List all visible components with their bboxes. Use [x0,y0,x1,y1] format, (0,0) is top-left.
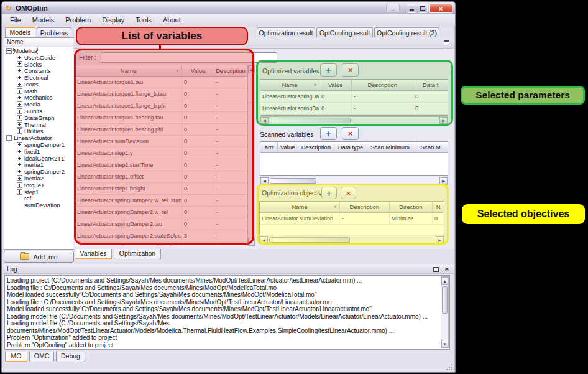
optimized-variables-hscrollbar[interactable]: ◀ ▶ [260,116,448,124]
variables-scrollbar[interactable]: ▲ ▼ [247,65,255,246]
scroll-right-icon[interactable]: ▶ [439,177,448,184]
add-optimized-variable-button[interactable]: + [320,63,337,77]
tree-expand-icon[interactable] [17,75,22,80]
column-value[interactable]: Value [319,80,352,90]
column-n[interactable]: N [433,202,444,212]
tree-expand-icon[interactable] [17,55,22,60]
table-row[interactable]: LinearActuator.springDamper2.stateSelect… [75,230,247,242]
tree-expand-icon[interactable] [6,48,12,54]
table-row[interactable]: LinearActuator.torque1.flange_b.phi 0 - [75,100,247,112]
column-name[interactable]: am▼ [260,142,278,152]
scroll-thumb[interactable] [442,286,448,314]
tree-item[interactable]: Modelica [4,47,73,54]
column-data-type[interactable]: Data t [413,80,448,90]
menu-item[interactable]: Problem [60,15,96,25]
menu-item[interactable]: Models [27,15,60,25]
tree-item[interactable]: torque1 [4,182,73,189]
tab-models[interactable]: Models [5,27,35,37]
tree-item[interactable]: inertia2 [4,175,73,182]
scroll-left-icon[interactable]: ◀ [260,236,268,243]
remove-scanned-variable-button[interactable]: × [342,127,359,140]
column-description[interactable]: Description [298,142,335,152]
tree-expand-icon[interactable] [17,61,22,67]
tree-expand-icon[interactable] [17,128,22,134]
tree-item[interactable]: Media [4,101,73,108]
column-name[interactable]: Name▼ [260,80,319,90]
tree-expand-icon[interactable] [17,122,22,128]
scroll-down-icon[interactable]: ▼ [248,238,255,246]
tree-item[interactable]: StateGraph [4,115,73,121]
tree-expand-icon[interactable] [17,149,22,154]
add-objective-button[interactable]: + [321,187,337,199]
tree-expand-icon[interactable] [17,162,22,167]
scroll-down-icon[interactable]: ▼ [441,340,448,348]
column-value[interactable]: Value [182,65,214,76]
tree-item[interactable]: inertia1 [4,162,73,169]
tab-debug[interactable]: Debug [56,352,85,362]
menu-item[interactable]: File [4,15,27,25]
tab-mo[interactable]: MO [5,352,27,362]
tree-item[interactable]: fixed1 [4,148,73,155]
table-row[interactable]: LinearActuator.sumDeviation - Minimize 0 [260,213,444,225]
scroll-up-icon[interactable]: ▲ [441,277,448,285]
tree-header[interactable]: Name [4,38,73,47]
remove-objective-button[interactable]: × [341,187,356,199]
add-mo-button[interactable]: Add .mo [4,251,74,263]
table-row[interactable]: LinearActuator.springDamper2.w_rel 0 - [75,207,247,218]
tree-item[interactable]: Blocks [4,61,73,68]
tree-expand-icon[interactable] [17,142,22,147]
log-float-icon[interactable] [433,267,439,272]
tree-item[interactable]: Electrical [4,74,73,81]
column-data-type[interactable]: Data type [334,142,367,152]
table-row[interactable]: LinearActuator.springDamper2.phi_rel_sta… [75,242,247,246]
column-description[interactable]: Description [352,80,413,90]
tree-expand-icon[interactable] [17,88,22,94]
table-row[interactable]: LinearActuator.torque1.tau 0 - [75,77,247,88]
tree-expand-icon[interactable] [17,115,22,121]
log-output[interactable]: Loading project (C:/Documents and Settin… [4,275,450,350]
float-panel-icon[interactable] [444,40,449,45]
table-row[interactable]: LinearActuator.step1.offset 0 - [75,171,247,183]
column-scan-maximum[interactable]: Scan M [413,142,448,152]
column-description[interactable]: Description [340,202,389,212]
filter-input[interactable] [101,52,277,63]
column-direction[interactable]: Direction [390,202,433,212]
tree-item[interactable]: step1 [4,189,73,195]
tab-optcooling-result[interactable]: OptCooling result [316,27,373,37]
column-description[interactable]: Description [214,65,247,76]
minimize-button[interactable] [407,4,416,13]
table-row[interactable]: LinearActuator.step1.height 0 - [75,183,247,195]
tree-item[interactable]: Constants [4,67,73,74]
table-row[interactable]: LinearActuator.springDamper1.d 0 - 0 [260,103,448,115]
tree-item[interactable]: LinearActuator [4,134,73,141]
remove-optimized-variable-button[interactable]: × [342,63,359,77]
tree-item[interactable]: SIunits [4,108,73,115]
tree-expand-icon[interactable] [6,135,12,141]
column-name[interactable]: Name▼ [260,202,340,212]
tree-item[interactable]: Thermal [4,121,73,128]
table-row[interactable]: LinearActuator.springDamper2.w_rel_start… [75,195,247,207]
tree-expand-icon[interactable] [17,68,22,73]
tab-optcooling-result-2[interactable]: OptCooling result (2) [374,27,439,37]
tree-expand-icon[interactable] [17,101,22,107]
column-scan-minimum[interactable]: Scan Minimum [367,142,414,152]
tree-item[interactable]: ref [4,195,73,202]
toolbar-arrow-button[interactable]: → [386,4,400,13]
tree-expand-icon[interactable] [17,108,22,114]
scanned-variables-hscrollbar[interactable]: ◀ ▶ [260,177,448,185]
tree-item[interactable]: springDamper2 [4,168,73,175]
tree-expand-icon[interactable] [17,175,22,181]
log-scrollbar[interactable]: ▲ ▼ [441,276,449,348]
tree-expand-icon[interactable] [17,169,22,174]
tree-item[interactable]: Mechanics [4,95,73,101]
column-name[interactable]: Name ▼ [75,65,182,76]
table-row[interactable]: LinearActuator.torque1.flange_b.tau 0 - [75,88,247,100]
scroll-thumb[interactable] [270,118,351,123]
scroll-thumb[interactable] [269,237,350,243]
menu-item[interactable]: Display [96,15,130,25]
tree-item[interactable]: UsersGuide [4,54,73,61]
menu-item[interactable]: About [157,15,186,25]
tree-expand-icon[interactable] [17,95,22,100]
scroll-right-icon[interactable]: ▶ [436,236,444,243]
tree-item[interactable]: Math [4,88,73,95]
